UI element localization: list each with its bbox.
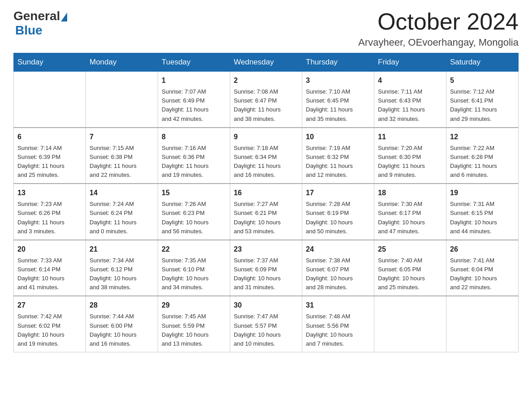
day-info: Sunrise: 7:41 AMSunset: 6:04 PMDaylight:… — [450, 256, 515, 292]
calendar-cell: 9Sunrise: 7:18 AMSunset: 6:34 PMDaylight… — [230, 128, 302, 184]
calendar-cell: 16Sunrise: 7:27 AMSunset: 6:21 PMDayligh… — [230, 184, 302, 240]
day-info: Sunrise: 7:19 AMSunset: 6:32 PMDaylight:… — [306, 144, 370, 180]
day-info: Sunrise: 7:18 AMSunset: 6:34 PMDaylight:… — [234, 144, 298, 180]
day-info: Sunrise: 7:30 AMSunset: 6:17 PMDaylight:… — [378, 200, 442, 236]
day-number: 29 — [162, 300, 226, 311]
day-info: Sunrise: 7:44 AMSunset: 6:00 PMDaylight:… — [90, 312, 154, 348]
day-info: Sunrise: 7:26 AMSunset: 6:23 PMDaylight:… — [162, 200, 226, 236]
calendar-cell — [86, 72, 158, 128]
day-info: Sunrise: 7:22 AMSunset: 6:28 PMDaylight:… — [450, 144, 515, 180]
day-number: 31 — [306, 300, 370, 311]
day-number: 4 — [378, 75, 442, 86]
calendar-cell: 6Sunrise: 7:14 AMSunset: 6:39 PMDaylight… — [14, 128, 86, 184]
day-number: 24 — [306, 244, 370, 255]
day-number: 14 — [90, 188, 154, 198]
calendar-cell: 7Sunrise: 7:15 AMSunset: 6:38 PMDaylight… — [86, 128, 158, 184]
day-number: 2 — [234, 75, 298, 86]
calendar-cell — [374, 296, 446, 352]
day-number: 13 — [17, 188, 82, 198]
day-info: Sunrise: 7:31 AMSunset: 6:15 PMDaylight:… — [450, 200, 515, 236]
calendar-cell: 27Sunrise: 7:42 AMSunset: 6:02 PMDayligh… — [14, 296, 86, 352]
day-number: 26 — [450, 244, 515, 255]
week-row-1: 1Sunrise: 7:07 AMSunset: 6:49 PMDaylight… — [14, 72, 519, 128]
day-number: 30 — [234, 300, 298, 311]
calendar-cell: 10Sunrise: 7:19 AMSunset: 6:32 PMDayligh… — [302, 128, 374, 184]
day-info: Sunrise: 7:27 AMSunset: 6:21 PMDaylight:… — [234, 200, 298, 236]
weekday-header-saturday: Saturday — [446, 53, 519, 72]
calendar-cell — [446, 296, 519, 352]
day-number: 23 — [234, 244, 298, 255]
day-info: Sunrise: 7:14 AMSunset: 6:39 PMDaylight:… — [17, 144, 82, 180]
weekday-header-thursday: Thursday — [302, 53, 374, 72]
weekday-header-row: SundayMondayTuesdayWednesdayThursdayFrid… — [14, 53, 519, 72]
day-info: Sunrise: 7:24 AMSunset: 6:24 PMDaylight:… — [90, 200, 154, 236]
day-info: Sunrise: 7:16 AMSunset: 6:36 PMDaylight:… — [162, 144, 226, 180]
week-row-2: 6Sunrise: 7:14 AMSunset: 6:39 PMDaylight… — [14, 128, 519, 184]
day-number: 10 — [306, 132, 370, 142]
day-info: Sunrise: 7:28 AMSunset: 6:19 PMDaylight:… — [306, 200, 370, 236]
day-info: Sunrise: 7:45 AMSunset: 5:59 PMDaylight:… — [162, 312, 226, 348]
calendar-cell: 17Sunrise: 7:28 AMSunset: 6:19 PMDayligh… — [302, 184, 374, 240]
day-number: 1 — [162, 75, 226, 86]
day-info: Sunrise: 7:38 AMSunset: 6:07 PMDaylight:… — [306, 256, 370, 292]
day-info: Sunrise: 7:08 AMSunset: 6:47 PMDaylight:… — [234, 87, 298, 124]
day-info: Sunrise: 7:12 AMSunset: 6:41 PMDaylight:… — [450, 87, 515, 124]
day-info: Sunrise: 7:48 AMSunset: 5:56 PMDaylight:… — [306, 312, 370, 348]
calendar-cell: 5Sunrise: 7:12 AMSunset: 6:41 PMDaylight… — [446, 72, 519, 128]
logo-blue-text: Blue — [15, 23, 43, 37]
day-info: Sunrise: 7:15 AMSunset: 6:38 PMDaylight:… — [90, 144, 154, 180]
day-info: Sunrise: 7:37 AMSunset: 6:09 PMDaylight:… — [234, 256, 298, 292]
logo: General Blue — [13, 9, 68, 38]
calendar-table: SundayMondayTuesdayWednesdayThursdayFrid… — [13, 53, 519, 352]
day-number: 20 — [17, 244, 82, 255]
calendar-cell: 20Sunrise: 7:33 AMSunset: 6:14 PMDayligh… — [14, 240, 86, 296]
day-number: 25 — [378, 244, 442, 255]
calendar-cell: 29Sunrise: 7:45 AMSunset: 5:59 PMDayligh… — [158, 296, 230, 352]
day-number: 18 — [378, 188, 442, 198]
calendar-cell: 21Sunrise: 7:34 AMSunset: 6:12 PMDayligh… — [86, 240, 158, 296]
calendar-cell: 1Sunrise: 7:07 AMSunset: 6:49 PMDaylight… — [158, 72, 230, 128]
calendar-cell: 4Sunrise: 7:11 AMSunset: 6:43 PMDaylight… — [374, 72, 446, 128]
day-info: Sunrise: 7:35 AMSunset: 6:10 PMDaylight:… — [162, 256, 226, 292]
logo-general-text: General — [13, 9, 60, 23]
calendar-cell: 24Sunrise: 7:38 AMSunset: 6:07 PMDayligh… — [302, 240, 374, 296]
day-info: Sunrise: 7:10 AMSunset: 6:45 PMDaylight:… — [306, 87, 370, 124]
day-number: 9 — [234, 132, 298, 142]
week-row-4: 20Sunrise: 7:33 AMSunset: 6:14 PMDayligh… — [14, 240, 519, 296]
weekday-header-sunday: Sunday — [14, 53, 86, 72]
day-info: Sunrise: 7:07 AMSunset: 6:49 PMDaylight:… — [162, 87, 226, 124]
day-number: 19 — [450, 188, 515, 198]
day-number: 28 — [90, 300, 154, 311]
logo-triangle-icon — [61, 13, 67, 21]
calendar-cell: 12Sunrise: 7:22 AMSunset: 6:28 PMDayligh… — [446, 128, 519, 184]
day-number: 17 — [306, 188, 370, 198]
calendar-cell: 13Sunrise: 7:23 AMSunset: 6:26 PMDayligh… — [14, 184, 86, 240]
calendar-cell — [14, 72, 86, 128]
day-info: Sunrise: 7:47 AMSunset: 5:57 PMDaylight:… — [234, 312, 298, 348]
calendar-cell: 19Sunrise: 7:31 AMSunset: 6:15 PMDayligh… — [446, 184, 519, 240]
day-number: 22 — [162, 244, 226, 255]
weekday-header-wednesday: Wednesday — [230, 53, 302, 72]
day-info: Sunrise: 7:40 AMSunset: 6:05 PMDaylight:… — [378, 256, 442, 292]
calendar-cell: 2Sunrise: 7:08 AMSunset: 6:47 PMDaylight… — [230, 72, 302, 128]
calendar-cell: 28Sunrise: 7:44 AMSunset: 6:00 PMDayligh… — [86, 296, 158, 352]
day-number: 5 — [450, 75, 515, 86]
day-number: 21 — [90, 244, 154, 255]
calendar-cell: 31Sunrise: 7:48 AMSunset: 5:56 PMDayligh… — [302, 296, 374, 352]
calendar-cell: 26Sunrise: 7:41 AMSunset: 6:04 PMDayligh… — [446, 240, 519, 296]
page-title: October 2024 — [358, 9, 519, 34]
day-info: Sunrise: 7:34 AMSunset: 6:12 PMDaylight:… — [90, 256, 154, 292]
day-info: Sunrise: 7:23 AMSunset: 6:26 PMDaylight:… — [17, 200, 82, 236]
calendar-cell: 18Sunrise: 7:30 AMSunset: 6:17 PMDayligh… — [374, 184, 446, 240]
calendar-cell: 8Sunrise: 7:16 AMSunset: 6:36 PMDaylight… — [158, 128, 230, 184]
day-number: 6 — [17, 132, 82, 142]
day-number: 12 — [450, 132, 515, 142]
weekday-header-monday: Monday — [86, 53, 158, 72]
calendar-cell: 14Sunrise: 7:24 AMSunset: 6:24 PMDayligh… — [86, 184, 158, 240]
week-row-3: 13Sunrise: 7:23 AMSunset: 6:26 PMDayligh… — [14, 184, 519, 240]
day-info: Sunrise: 7:11 AMSunset: 6:43 PMDaylight:… — [378, 87, 442, 124]
calendar-cell: 30Sunrise: 7:47 AMSunset: 5:57 PMDayligh… — [230, 296, 302, 352]
day-number: 27 — [17, 300, 82, 311]
day-info: Sunrise: 7:42 AMSunset: 6:02 PMDaylight:… — [17, 312, 82, 348]
day-number: 3 — [306, 75, 370, 86]
